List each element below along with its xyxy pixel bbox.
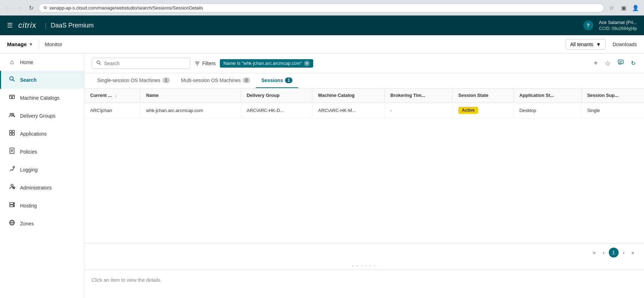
tab-single-session[interactable]: Single-session OS Machines 1 [92,73,175,88]
col-application-st-label: Application St... [519,93,554,98]
svg-rect-8 [12,130,14,132]
filter-button[interactable]: Filters [194,61,216,66]
sidebar-item-zones[interactable]: Zones [0,215,84,232]
favorite-button[interactable]: ☆ [603,58,612,69]
manage-button[interactable]: Manage ▼ [7,41,33,47]
filter-tag-remove[interactable]: ✕ [304,61,310,66]
pagination: « ‹ 1 › » [85,243,644,262]
svg-point-5 [10,113,12,115]
sidebar-label-machine-catalogs: Machine Catalogs [20,95,60,101]
tab-single-session-badge: 1 [162,77,170,83]
logging-icon [8,166,16,174]
filter-icon [194,61,200,66]
header-divider: | [45,22,47,29]
col-session-state-label: Session State [458,93,488,98]
administrators-icon [8,184,16,192]
col-delivery-group-label: Delivery Group [247,93,279,98]
extensions-button[interactable]: ▣ [619,3,628,13]
col-current-user[interactable]: Current ... ↓ [85,88,140,103]
col-session-sup[interactable]: Session Sup... [581,88,644,103]
applications-icon [8,130,16,138]
resize-handle[interactable]: • • • • • • [85,262,644,270]
sidebar-item-hosting[interactable]: Hosting [0,197,84,215]
back-button[interactable]: ← [4,3,13,13]
hamburger-menu[interactable]: ☰ [7,21,13,29]
col-brokering-time[interactable]: Brokering Tim... [385,88,453,103]
details-panel: Click an item to view the details. [85,270,644,298]
col-delivery-group[interactable]: Delivery Group [241,88,312,103]
bookmark-button[interactable]: ☆ [607,3,617,13]
svg-rect-7 [10,130,12,132]
sidebar-item-machine-catalogs[interactable]: Machine Catalogs [0,89,84,107]
page-1-button[interactable]: 1 [609,248,619,257]
sidebar-item-search[interactable]: Search [0,71,84,89]
tab-multi-session[interactable]: Multi-session OS Machines 0 [175,73,256,88]
add-filter-button[interactable]: + [592,58,599,69]
col-session-sup-label: Session Sup... [587,93,619,98]
url-text: xenapp-ap-s.cloud.com/manage/webstudio/s… [49,5,203,11]
cell-current-user: ARC\jchan [85,103,140,118]
next-page-button[interactable]: › [620,248,627,257]
tab-sessions[interactable]: Sessions 1 [256,73,298,88]
chat-button[interactable] [616,58,625,69]
address-bar[interactable]: ⚙ xenapp-ap-s.cloud.com/manage/webstudio… [39,4,604,12]
sidebar-item-policies[interactable]: Policies [0,143,84,161]
sidebar-label-policies: Policies [20,149,37,155]
col-brokering-time-label: Brokering Tim... [390,93,425,98]
tenant-selector[interactable]: All tenants ▼ [566,39,606,50]
sidebar-label-applications: Applications [20,131,47,137]
svg-point-23 [13,206,14,206]
first-page-button[interactable]: « [590,248,599,257]
sidebar-item-logging[interactable]: Logging [0,161,84,179]
downloads-label: Downloads [613,42,637,47]
col-name-label: Name [146,93,159,98]
content-area: Filters Name Is "whk-jchan.arc.arcmcap.c… [85,54,644,298]
user-name: Ace Salamat (Pri... [599,19,637,26]
sub-header-divider [39,39,39,50]
browser-chrome: ← → ↻ ⚙ xenapp-ap-s.cloud.com/manage/web… [0,0,644,15]
svg-rect-9 [10,133,12,135]
sidebar-item-administrators[interactable]: Administrators [0,179,84,197]
help-button[interactable]: ? [583,20,593,30]
sidebar-item-delivery-groups[interactable]: Delivery Groups [0,107,84,125]
sidebar-item-applications[interactable]: Applications [0,125,84,143]
tab-sessions-label: Sessions [261,77,283,83]
svg-line-28 [99,63,101,65]
home-icon: ⌂ [8,58,16,66]
drag-dots-icon: • • • • • • [352,264,376,268]
sub-header: Manage ▼ Monitor All tenants ▼ Downloads [0,35,644,54]
refresh-button[interactable]: ↻ [630,58,637,68]
svg-point-27 [97,61,100,64]
search-input[interactable] [104,61,186,66]
reload-button[interactable]: ↻ [26,3,36,13]
sidebar-item-home[interactable]: ⌂ Home [0,54,84,71]
downloads-button[interactable]: Downloads [613,42,637,47]
last-page-button[interactable]: » [628,248,637,257]
sidebar-label-hosting: Hosting [20,203,37,209]
forward-button[interactable]: → [15,3,25,13]
citrix-logo: citrix [18,21,36,30]
status-badge: Active [458,107,478,114]
prev-page-button[interactable]: ‹ [600,248,607,257]
cell-delivery-group: ARC\ARC-HK-D... [241,103,312,118]
header-user: Ace Salamat (Pri... CCID: 09u2684yjl4p [599,19,637,32]
col-name[interactable]: Name [140,88,241,103]
cell-brokering-time: - [385,103,453,118]
sidebar-label-zones: Zones [20,221,34,226]
search-icon [8,76,16,84]
col-machine-catalog[interactable]: Machine Catalog [312,88,385,103]
address-icon: ⚙ [43,5,47,10]
monitor-button[interactable]: Monitor [45,41,62,47]
table-row[interactable]: ARC\jchan whk-jchan.arc.arcmcap.com ARC\… [85,103,644,118]
col-session-state[interactable]: Session State [453,88,514,103]
sidebar-label-search: Search [20,77,37,83]
filter-tag-text: Name Is "whk-jchan.arc.arcmcap.com" [223,61,302,66]
monitor-label: Monitor [45,41,62,47]
col-application-st[interactable]: Application St... [514,88,581,103]
toolbar: Filters Name Is "whk-jchan.arc.arcmcap.c… [85,54,644,73]
profile-button[interactable]: 👤 [631,3,640,13]
svg-rect-10 [12,133,14,135]
search-box[interactable] [92,58,190,69]
sort-icon-current-user: ↓ [114,93,117,98]
col-machine-catalog-label: Machine Catalog [318,93,354,98]
